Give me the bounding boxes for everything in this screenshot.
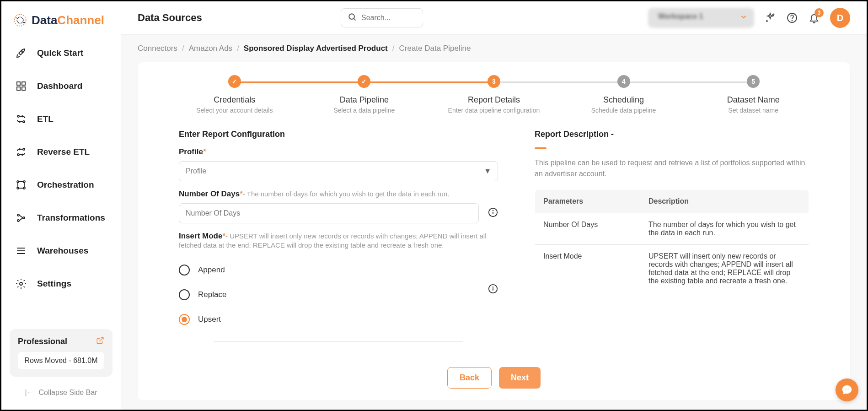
svg-rect-6 bbox=[22, 82, 25, 85]
section-title: Enter Report Configuration bbox=[179, 130, 498, 139]
svg-point-15 bbox=[17, 187, 19, 189]
nav-label: ETL bbox=[37, 114, 54, 124]
svg-point-14 bbox=[23, 181, 25, 183]
sidebar: DataChannel Quick StartDashboardETLRever… bbox=[1, 1, 121, 410]
breadcrumb-item[interactable]: Sponsored Display Advertised Product bbox=[244, 44, 388, 53]
step-circle: 3 bbox=[488, 75, 500, 88]
underline bbox=[535, 147, 547, 149]
button-row: Back Next bbox=[138, 357, 850, 400]
svg-point-13 bbox=[17, 181, 19, 183]
notif-badge: 3 bbox=[814, 8, 824, 17]
radio-label: Replace bbox=[198, 290, 226, 299]
help-icon[interactable] bbox=[786, 12, 798, 24]
breadcrumb: Connectors/Amazon Ads/Sponsored Display … bbox=[121, 35, 867, 62]
step-2[interactable]: ✓Data PipelineSelect a data pipeline bbox=[300, 75, 429, 114]
nav-etl[interactable]: ETL bbox=[7, 107, 115, 131]
step-sub: Schedule data pipeline bbox=[591, 107, 656, 114]
step-1[interactable]: ✓CredentialsSelect your account details bbox=[170, 75, 300, 114]
svg-point-17 bbox=[17, 214, 19, 216]
radio-button bbox=[179, 265, 190, 276]
etl-icon bbox=[15, 113, 27, 125]
avatar[interactable]: D bbox=[830, 8, 850, 28]
step-title: Dataset Name bbox=[727, 95, 780, 105]
step-5[interactable]: 5Dataset NameSet dataset name bbox=[688, 75, 818, 114]
plan-title: Professional bbox=[18, 337, 67, 346]
radio-label: Upsert bbox=[198, 315, 221, 324]
sparkle-icon[interactable] bbox=[764, 12, 776, 24]
collapse-sidebar[interactable]: |← Collapse Side Bar bbox=[1, 383, 121, 402]
nav-label: Transformations bbox=[37, 213, 105, 223]
svg-point-0 bbox=[14, 14, 26, 26]
svg-point-3 bbox=[23, 22, 25, 23]
svg-point-23 bbox=[766, 21, 767, 22]
search-box[interactable] bbox=[341, 8, 423, 27]
search-icon bbox=[348, 12, 357, 23]
step-4[interactable]: 4SchedulingSchedule data pipeline bbox=[559, 75, 689, 114]
step-title: Scheduling bbox=[603, 95, 644, 105]
svg-point-25 bbox=[792, 21, 793, 21]
svg-point-32 bbox=[848, 389, 849, 390]
nav-label: Orchestration bbox=[37, 180, 94, 190]
notifications[interactable]: 3 bbox=[808, 12, 820, 24]
nav-label: Warehouses bbox=[37, 246, 88, 256]
svg-point-30 bbox=[845, 389, 846, 390]
nav: Quick StartDashboardETLReverse ETLOrches… bbox=[1, 41, 121, 323]
step-title: Report Details bbox=[468, 95, 520, 105]
svg-rect-7 bbox=[17, 87, 20, 90]
transformations-icon bbox=[15, 212, 27, 224]
radio-replace[interactable]: Replace bbox=[179, 289, 479, 300]
svg-point-18 bbox=[17, 220, 19, 222]
logo[interactable]: DataChannel bbox=[1, 9, 121, 41]
step-3[interactable]: 3Report DetailsEnter data pipeline confi… bbox=[429, 75, 559, 114]
radio-upsert[interactable]: Upsert bbox=[179, 314, 479, 325]
open-icon[interactable] bbox=[96, 336, 104, 346]
nav-reverse[interactable]: Reverse ETL bbox=[7, 140, 115, 164]
nav-label: Quick Start bbox=[37, 48, 83, 58]
nav-transformations[interactable]: Transformations bbox=[7, 206, 115, 230]
nav-warehouses[interactable]: Warehouses bbox=[7, 238, 115, 263]
nav-dashboard[interactable]: Dashboard bbox=[7, 74, 115, 98]
step-sub: Set dataset name bbox=[728, 107, 778, 114]
topbar: Data Sources Workspace 1 3 D bbox=[121, 1, 867, 35]
next-button[interactable]: Next bbox=[499, 367, 541, 389]
divider bbox=[214, 341, 463, 342]
warehouses-icon bbox=[15, 245, 27, 257]
nav-label: Dashboard bbox=[37, 81, 82, 91]
chevron-down-icon bbox=[739, 13, 748, 23]
svg-point-20 bbox=[20, 282, 22, 285]
workspace-selector[interactable]: Workspace 1 bbox=[648, 8, 754, 28]
dashboard-icon bbox=[15, 80, 27, 92]
breadcrumb-item[interactable]: Connectors bbox=[138, 44, 177, 53]
insert-label: Insert Mode*- UPSERT will insert only ne… bbox=[179, 232, 498, 250]
orchestration-icon bbox=[15, 179, 27, 191]
svg-point-29 bbox=[493, 287, 493, 287]
step-sub: Enter data pipeline configuration bbox=[448, 107, 540, 114]
step-circle: 5 bbox=[747, 75, 760, 88]
info-icon[interactable] bbox=[488, 284, 498, 296]
settings-icon bbox=[15, 278, 27, 290]
days-input[interactable] bbox=[179, 203, 479, 223]
nav-orchestration[interactable]: Orchestration bbox=[7, 173, 115, 197]
search-input[interactable] bbox=[361, 14, 453, 22]
svg-rect-8 bbox=[22, 87, 25, 90]
radio-append[interactable]: Append bbox=[179, 265, 479, 276]
nav-settings[interactable]: Settings bbox=[7, 271, 115, 296]
nav-rocket[interactable]: Quick Start bbox=[7, 41, 115, 65]
svg-rect-5 bbox=[17, 82, 20, 85]
profile-label: Profile* bbox=[179, 147, 498, 157]
chat-fab[interactable] bbox=[836, 379, 858, 401]
back-button[interactable]: Back bbox=[447, 367, 492, 389]
svg-point-31 bbox=[847, 389, 847, 390]
svg-point-19 bbox=[23, 217, 25, 219]
svg-point-2 bbox=[16, 17, 17, 18]
radio-button bbox=[179, 289, 190, 300]
svg-point-22 bbox=[773, 14, 774, 16]
stepper: ✓CredentialsSelect your account details✓… bbox=[138, 75, 850, 125]
svg-point-1 bbox=[17, 17, 23, 23]
svg-point-21 bbox=[349, 14, 354, 19]
param-table: ParametersDescription Number Of DaysThe … bbox=[535, 189, 809, 293]
svg-point-16 bbox=[23, 187, 25, 189]
breadcrumb-item[interactable]: Amazon Ads bbox=[189, 44, 232, 53]
info-icon[interactable] bbox=[488, 207, 498, 219]
profile-select[interactable]: Profile ▼ bbox=[179, 161, 498, 181]
